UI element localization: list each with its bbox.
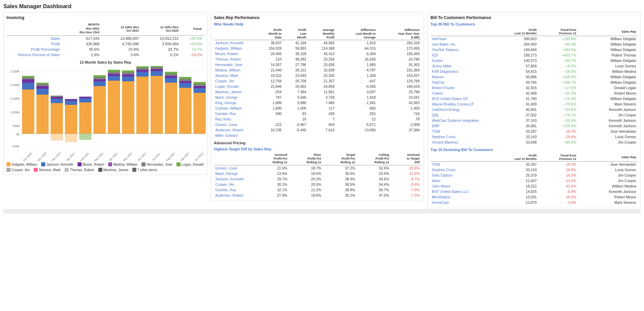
table-row: Stephen Cross 33,143 -29.8% Louis Gomez (430, 134, 638, 140)
adv-name[interactable]: Anderson, Robert (214, 193, 255, 198)
perf-name[interactable]: Graham, William (214, 105, 255, 111)
cust-name[interactable]: WebCast Systems Integration (430, 118, 488, 123)
cust-rep: William Delgado (578, 42, 638, 47)
inv-row-label[interactable]: Sales (6, 36, 62, 42)
dec-name[interactable]: John Myers (430, 183, 488, 189)
inv-col2: 13,980,607 (101, 36, 141, 42)
cust-name[interactable]: Surtion (430, 58, 488, 63)
perf-c5: 235,469 (377, 51, 421, 56)
perf-name[interactable]: Cooper, Jim (214, 78, 255, 84)
legend-color (176, 162, 181, 166)
perf-c4 (336, 133, 377, 138)
cust-name[interactable]: TeleCity (430, 80, 488, 85)
dec-name[interactable]: Arton (430, 178, 488, 183)
dec-name[interactable]: Stephen Cross (430, 167, 488, 173)
perf-name[interactable]: Mack, George (214, 95, 255, 100)
perf-name[interactable]: Logan, Donald (214, 84, 255, 89)
adv-name[interactable]: Mack, George (214, 171, 255, 176)
svg-rect-21 (36, 86, 49, 89)
cust-rep: William Delgado (578, 96, 638, 101)
dec-name[interactable]: MindStation (430, 194, 488, 200)
adv-c4: 47.0% (356, 193, 390, 198)
svg-rect-58 (151, 71, 163, 76)
perf-name[interactable]: Miller, Edward (214, 133, 255, 138)
svg-text:2,500k: 2,500k (10, 70, 20, 73)
scrollbar[interactable] (3, 210, 641, 214)
dec-col-profit: ProfitLast 12 Months (488, 153, 538, 162)
adv-name[interactable]: Gomez, Louis (214, 165, 255, 171)
perf-c5: 129,789 (377, 78, 421, 84)
perf-c2: 42,169 (283, 40, 308, 46)
cust-name[interactable]: Alstroni (430, 74, 488, 80)
cust-name[interactable]: QAL (430, 112, 488, 118)
perf-c3: 44,092 (308, 40, 336, 46)
dec-trend: -16.3% (538, 173, 577, 178)
perf-name[interactable]: Delgado, William (214, 46, 255, 51)
perf-c4: 883 (336, 105, 377, 111)
adv-c1: 32.1% (255, 187, 289, 193)
perf-name[interactable]: Moore, Robert (214, 51, 255, 56)
cust-name[interactable]: InfoFlash (430, 36, 488, 42)
perf-name[interactable]: Medina, William (214, 67, 255, 73)
cust-profit: 33,287 (488, 129, 538, 134)
cust-rep: Donald Logan (578, 85, 638, 91)
cust-name[interactable]: LinkDirect Energy (430, 107, 488, 112)
inv-col2: 3.4% (101, 52, 141, 58)
cust-trend: +76.7% (538, 112, 577, 118)
dec-name[interactable]: TOW (430, 162, 488, 167)
perf-name[interactable]: Stevens, Mark (214, 73, 255, 78)
perf-name[interactable]: Ray, Kelly (214, 116, 255, 122)
dec-rep: Mark Stevens (578, 200, 638, 205)
cust-col-rep: Sales Rep (578, 28, 638, 36)
adv-name[interactable]: Cooper, Jim (214, 182, 255, 187)
perf-name[interactable]: Martinez, James (214, 89, 255, 95)
dec-name[interactable]: Solis Carbon (430, 173, 488, 178)
col-header-12mths1: 12 mths thruOct 2021 (101, 22, 141, 36)
perf-name[interactable]: Jackson, Kenneth (214, 40, 255, 46)
svg-rect-25 (51, 99, 63, 103)
perf-name[interactable]: Gamble, Roy (214, 111, 255, 116)
legend-label: Martinez, James (103, 168, 128, 172)
cust-name[interactable]: Wayne Bradley Corona LP (430, 101, 488, 107)
dec-name[interactable]: BNT United States LLC (430, 189, 488, 194)
cust-name[interactable]: Stephen Cross (430, 134, 488, 140)
cust-name[interactable]: Coleon (430, 91, 488, 96)
cust-name[interactable]: IQS (430, 52, 488, 58)
dec-name[interactable]: HomeCast (430, 200, 488, 205)
cust-name[interactable]: DNP (430, 123, 488, 129)
cust-trend: +34.3% (538, 91, 577, 96)
perf-name[interactable]: King, George (214, 100, 255, 105)
perf-c2: 39,109 (283, 51, 308, 56)
perf-name[interactable]: Anderson, Robert (214, 127, 255, 133)
perf-name[interactable]: Gomez, Louis (214, 122, 255, 127)
dec-trend: -18.3% (538, 162, 577, 167)
cust-name[interactable]: YourSet Tobacco (430, 47, 488, 52)
perf-name[interactable]: Thomas, Robert (214, 56, 255, 62)
cust-name[interactable]: Robert Frazier (430, 85, 488, 91)
cust-name[interactable]: KXB Diagnostics (430, 69, 488, 74)
cust-name[interactable]: Jimmy Miller (430, 63, 488, 69)
perf-c2: 5,646 (283, 95, 308, 100)
svg-rect-33 (79, 102, 91, 134)
legend-color (108, 162, 112, 166)
perf-c4: 1,358 (336, 73, 377, 78)
invoicing-title: Invoicing (6, 15, 204, 20)
who-needs-help-table: ProfitMonth toDate ProfitLastMonth Avera… (214, 28, 421, 138)
svg-rect-28 (51, 134, 63, 141)
adv-name[interactable]: Gamble, Roy (214, 187, 255, 193)
adv-c5: -7.3% (390, 193, 421, 198)
cust-name[interactable]: TOW (430, 129, 488, 134)
inv-row-label[interactable]: Returns Percent of Sales (6, 52, 62, 58)
cust-name[interactable]: RCK United States GP (430, 96, 488, 101)
cust-name[interactable]: Vincent Martinez (430, 140, 488, 145)
cust-rep: William Delgado (578, 47, 638, 52)
inv-row-label[interactable]: Profit (6, 41, 62, 47)
inv-row-label[interactable]: Profit Percentage (6, 47, 62, 52)
perf-name[interactable]: Hernandez, Jose (214, 62, 255, 67)
adv-name[interactable]: Jackson, Kenneth (214, 176, 255, 182)
legend-color (34, 168, 38, 172)
legend-label: Hernandez, Jose (147, 163, 172, 166)
cust-name[interactable]: Joel Baker, Inc. (430, 42, 488, 47)
dec-profit: 33,287 (488, 162, 538, 167)
chart-title: 13 Month Sales by Sales Rep (6, 60, 204, 64)
